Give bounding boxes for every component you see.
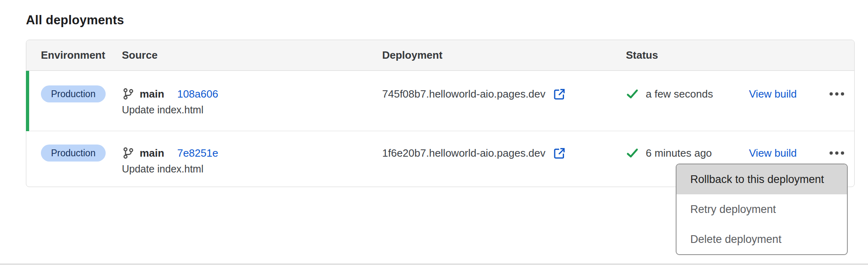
page-title: All deployments <box>26 13 124 28</box>
current-deployment-indicator <box>26 71 29 131</box>
external-link-icon[interactable] <box>552 146 566 160</box>
commit-link[interactable]: 108a606 <box>177 88 218 100</box>
deployment-url: 1f6e20b7.helloworld-aio.pages.dev <box>382 147 545 160</box>
status-time: a few seconds <box>646 88 713 100</box>
check-icon <box>626 147 639 160</box>
view-build-link[interactable]: View build <box>749 88 797 100</box>
deployment-cell: 745f08b7.helloworld-aio.pages.dev <box>382 85 626 131</box>
menu-item-retry[interactable]: Retry deployment <box>677 194 847 224</box>
column-header-deployment: Deployment <box>382 49 626 62</box>
column-header-status: Status <box>626 49 749 62</box>
status-time: 6 minutes ago <box>646 147 712 160</box>
more-actions-button[interactable] <box>829 145 845 162</box>
status-cell: a few seconds <box>626 85 749 131</box>
column-header-environment: Environment <box>41 49 122 62</box>
branch-name: main <box>140 88 164 100</box>
source-cell: main 108a606 Update index.html <box>122 85 382 131</box>
table-header-row: Environment Source Deployment Status <box>26 40 854 71</box>
ellipsis-icon <box>830 92 833 96</box>
table-row: Production main 108a606 Update index.htm… <box>26 71 854 131</box>
view-build-cell: View build <box>749 85 829 131</box>
environment-badge: Production <box>41 145 106 162</box>
ellipsis-icon <box>830 151 833 155</box>
check-icon <box>626 87 639 100</box>
actions-cell <box>829 85 854 131</box>
environment-cell: Production <box>41 145 122 187</box>
branch-name: main <box>140 147 164 160</box>
column-header-source: Source <box>122 49 382 62</box>
source-cell: main 7e8251e Update index.html <box>122 145 382 187</box>
deployment-cell: 1f6e20b7.helloworld-aio.pages.dev <box>382 145 626 187</box>
git-branch-icon <box>122 147 135 160</box>
commit-message: Update index.html <box>122 104 204 116</box>
menu-item-rollback[interactable]: Rollback to this deployment <box>677 164 847 194</box>
environment-badge: Production <box>41 85 106 102</box>
view-build-link[interactable]: View build <box>749 147 797 160</box>
git-branch-icon <box>122 87 135 100</box>
deployment-actions-menu: Rollback to this deployment Retry deploy… <box>676 164 848 255</box>
menu-item-delete[interactable]: Delete deployment <box>677 224 847 254</box>
page-divider <box>0 264 868 265</box>
commit-link[interactable]: 7e8251e <box>177 147 218 160</box>
environment-cell: Production <box>41 85 122 131</box>
external-link-icon[interactable] <box>552 87 566 101</box>
commit-message: Update index.html <box>122 163 204 175</box>
more-actions-button[interactable] <box>829 85 845 102</box>
deployment-url: 745f08b7.helloworld-aio.pages.dev <box>382 88 545 100</box>
